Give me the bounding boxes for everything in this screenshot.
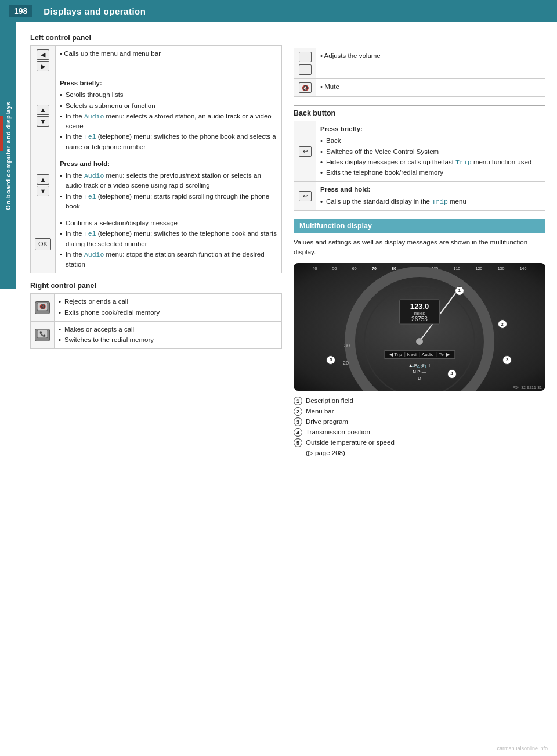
phone-accept-icon[interactable]: 📞 [35, 329, 50, 341]
volume-table: + − • Adjusts the volume 🔇 • Mute [294, 48, 545, 97]
main-content: Left control panel ◀ ▶ • Calls up the me… [19, 22, 557, 467]
numbered-item-5: 5 Outside temperature or speed [294, 438, 545, 447]
back-hold-icon[interactable]: ↩ [299, 191, 312, 201]
phone-accept-desc: Makes or accepts a call Switches to the … [55, 321, 282, 349]
page-number: 198 [9, 5, 32, 17]
updown-brief-desc: Press briefly: Scrolls through lists Sel… [55, 75, 281, 156]
item-label-4: Transmission position [306, 429, 370, 435]
volume-label: • Adjusts the volume [320, 52, 381, 59]
icon-cell-ok: OK [31, 215, 56, 273]
icon-cell-prevnext: ◀ ▶ [31, 46, 56, 75]
svg-text:30: 30 [344, 343, 350, 348]
table-row: 🔇 • Mute [294, 79, 545, 97]
audio-code3: Audio [84, 251, 104, 258]
phone-end-icon[interactable]: 📵 [35, 301, 50, 314]
svg-point-7 [416, 338, 423, 345]
gear-indicator: ▲ R S ↑ N P — D [408, 362, 431, 382]
right-column: + − • Adjusts the volume 🔇 • Mute Back b… [294, 33, 545, 457]
footer-watermark: carmanualsonline.info [497, 746, 548, 751]
press-hold-label1: Press and hold: [60, 159, 277, 169]
ok-list: Confirms a selection/display message In … [60, 218, 277, 269]
icon-cell-phone-end: 📵 [31, 294, 55, 322]
list-item: Selects a submenu or function [60, 101, 277, 111]
prev-button-icon[interactable]: ◀ [37, 49, 49, 60]
ok-desc: Confirms a selection/display message In … [55, 215, 281, 273]
trip-code1: Trip [455, 159, 472, 166]
callout-1: 1 [455, 286, 464, 296]
press-hold-list1: In the Audio menu: selects the previous/… [60, 171, 277, 211]
display-box: 123.0 miles 26753 [399, 299, 440, 324]
side-tab-label: On-board computer and displays [5, 101, 12, 210]
press-briefly-label1: Press briefly: [60, 78, 277, 88]
list-item: Confirms a selection/display message [60, 218, 277, 228]
callout-3: 3 [502, 355, 512, 365]
down-button-icon[interactable]: ▼ [37, 116, 49, 127]
updown-hold-desc: Press and hold: In the Audio menu: selec… [55, 156, 281, 215]
list-item: In the Audio menu: stops the station sea… [60, 250, 277, 270]
page-ref-text: (▷ page 208) [306, 449, 345, 456]
tel-code2: Tel [84, 193, 96, 200]
item-num-2: 2 [294, 407, 302, 416]
right-control-table: 📵 Rejects or ends a call Exits phone boo… [30, 293, 282, 349]
display-value: 123.0 [403, 301, 436, 310]
mute-icon[interactable]: 🔇 [299, 82, 312, 93]
cluster-watermark: P54-32-9211-31 [512, 386, 542, 390]
menu-strip: ◀ Trip Navi Audio Tel ▶ [384, 350, 455, 359]
table-row: 📞 Makes or accepts a call Switches to th… [31, 321, 282, 349]
page-header: 198 Displays and operation [0, 0, 557, 22]
tel-code1: Tel [84, 133, 96, 141]
item-num-1: 1 [294, 397, 302, 405]
instrument-cluster: 40 50 60 70 80 90 100 110 120 130 140 [294, 263, 545, 391]
icon-cell-volume: + − [294, 48, 316, 79]
list-item: In the Tel (telephone) menu: starts rapi… [60, 192, 277, 212]
icon-cell-phone-accept: 📞 [31, 321, 55, 349]
phone-end-svg: 📵 [37, 303, 48, 311]
next-button-icon[interactable]: ▶ [37, 61, 49, 71]
back-press-briefly-label: Press briefly: [320, 124, 541, 134]
numbered-item-3: 3 Drive program [294, 417, 545, 426]
table-row: + − • Adjusts the volume [294, 48, 545, 79]
trip-code2: Trip [432, 198, 448, 206]
svg-text:20: 20 [343, 360, 349, 366]
page-title: Displays and operation [44, 6, 146, 16]
cluster-background: 40 50 60 70 80 90 100 110 120 130 140 [294, 263, 545, 391]
table-row: ↩ Press briefly: Back Switches off the V… [294, 121, 545, 182]
list-item: Switches to the redial memory [59, 335, 277, 345]
item-label-5: Outside temperature or speed [306, 439, 395, 446]
list-item: Makes or accepts a call [59, 325, 277, 334]
display-unit: miles [403, 310, 436, 315]
menu-audio: Audio [419, 352, 436, 357]
item-label-1: Description field [306, 397, 353, 404]
down-hold-icon[interactable]: ▼ [37, 186, 49, 196]
ok-button-icon[interactable]: OK [35, 238, 51, 250]
phone-accept-svg: 📞 [37, 330, 48, 338]
mute-desc: • Mute [316, 79, 545, 97]
volume-down-icon[interactable]: − [299, 64, 312, 75]
callout-4: 4 [447, 369, 457, 379]
item-label-2: Menu bar [306, 408, 334, 415]
icon-cell-updown1: ▲ ▼ [31, 75, 56, 156]
up-button-icon[interactable]: ▲ [37, 105, 49, 115]
mute-label: • Mute [320, 83, 339, 90]
press-briefly-list1: Scrolls through lists Selects a submenu … [60, 90, 277, 152]
numbered-item-2: 2 Menu bar [294, 407, 545, 416]
list-item: Exits phone book/redial memory [59, 308, 277, 318]
section-divider [294, 105, 545, 106]
list-item: Switches off the Voice Control System [320, 147, 541, 157]
item-num-4: 4 [294, 428, 302, 437]
tel-code3: Tel [84, 230, 96, 237]
list-item: Exits the telephone book/redial memory [320, 168, 541, 178]
left-column: Left control panel ◀ ▶ • Calls up the me… [30, 33, 282, 457]
table-row: ▲ ▼ Press and hold: In the Audio menu: s… [31, 156, 282, 215]
up-hold-icon[interactable]: ▲ [37, 174, 49, 185]
phone-end-list: Rejects or ends a call Exits phone book/… [59, 297, 277, 318]
volume-up-icon[interactable]: + [299, 52, 312, 62]
back-button-icon[interactable]: ↩ [299, 146, 312, 157]
table-row: 📵 Rejects or ends a call Exits phone boo… [31, 294, 282, 322]
item-label-3: Drive program [306, 418, 348, 425]
gear-row3: D [408, 375, 431, 381]
gear-row2: N P — [408, 369, 431, 375]
phone-end-desc: Rejects or ends a call Exits phone book/… [55, 294, 282, 322]
audio-code1: Audio [84, 113, 104, 120]
list-item: In the Tel (telephone) menu: switches to… [60, 132, 277, 152]
